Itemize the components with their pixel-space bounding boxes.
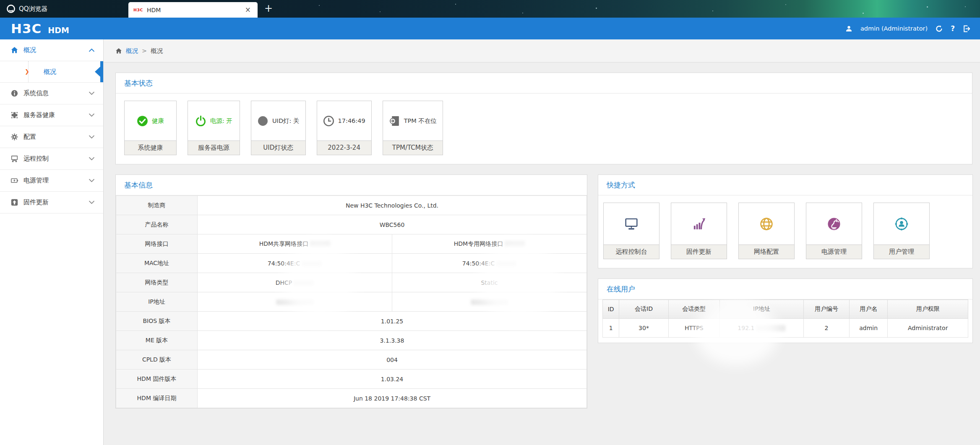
info-row: 产品名称WBC560: [116, 215, 587, 234]
info-label: BIOS 版本: [116, 312, 198, 331]
sidebar-item-remote-control[interactable]: 远程控制: [0, 148, 103, 170]
shortcut-label: 固件更新: [671, 245, 727, 259]
info-value-text: 74:50:4E:C: [462, 260, 495, 267]
qq-browser-icon: [7, 5, 15, 13]
status-card-tpm: TPM 不在位TPM/TCM状态: [383, 101, 443, 155]
shortcut-icon-area: [604, 203, 659, 245]
sidebar-item-label: 固件更新: [23, 198, 49, 206]
sidebar-item-system-info[interactable]: 系统信息: [0, 83, 103, 104]
info-value: WBC560: [198, 215, 587, 234]
users-col-header: IP地址: [719, 300, 803, 319]
status-card-body: 17:46:49: [317, 101, 371, 141]
info-row: CPLD 版本004: [116, 350, 587, 370]
shortcut-icon-area: [874, 203, 929, 245]
status-card-time: 17:46:492022-3-24: [317, 101, 372, 155]
chevron-down-icon: [89, 91, 94, 95]
home-icon: [115, 48, 122, 54]
new-tab-button[interactable]: +: [264, 3, 273, 14]
sidebar-nav: 概况❯概况系统信息服务器健康配置远程控制电源管理固件更新: [0, 39, 104, 445]
info-row: IP地址: [116, 292, 587, 312]
status-cards: 健康系统健康电源: 开服务器电源UID灯: 关UID灯状态17:46:49202…: [116, 94, 972, 164]
info-value-text: DHCP: [276, 279, 292, 286]
user-cell-privilege: Administrator: [888, 319, 968, 338]
info-row: 制造商New H3C Technologies Co., Ltd.: [116, 196, 587, 215]
info-row: MAC地址74:50:4E:C74:50:4E:C: [116, 254, 587, 273]
user-cell-text: 1: [609, 325, 613, 331]
info-value-text: Static: [481, 279, 498, 286]
info-value: 3.1.3.38: [198, 331, 587, 350]
breadcrumb-root-link[interactable]: 概况: [126, 47, 138, 55]
chevron-down-icon: [89, 200, 94, 204]
star-dot: [712, 10, 713, 11]
chevron-down-icon: [89, 135, 94, 139]
info-value: 1.03.24: [198, 370, 587, 389]
info-row: BIOS 版本1.01.25: [116, 312, 587, 331]
h3c-favicon-icon: H3C: [133, 8, 143, 12]
shortcut-power-management[interactable]: 电源管理: [806, 203, 862, 259]
info-label: MAC地址: [116, 254, 198, 273]
info-value: 74:50:4E:C: [392, 254, 587, 273]
sidebar-subitem-overview[interactable]: ❯概况: [0, 61, 103, 83]
info-value-text: 3.1.3.38: [380, 337, 404, 344]
info-label: HDM 编译日期: [116, 389, 198, 408]
info-label: 网络接口: [116, 234, 198, 254]
refresh-icon[interactable]: [936, 25, 943, 32]
remote-icon: [11, 155, 18, 162]
sidebar-item-configuration[interactable]: 配置: [0, 126, 103, 148]
online-users-table: ID会话ID会话类型IP地址用户编号用户名用户权限 130*HTTPS192.1…: [602, 299, 968, 338]
shortcut-network-config[interactable]: 网络配置: [738, 203, 795, 259]
info-value: 004: [198, 350, 587, 370]
user-icon[interactable]: [845, 25, 852, 32]
chevron-down-icon: [89, 157, 94, 161]
info-value: Static: [392, 273, 587, 292]
user-cell-user-no: 2: [804, 319, 850, 338]
shortcut-icon-area: [671, 203, 727, 245]
tab-close-icon[interactable]: ×: [243, 5, 253, 14]
info-value: HDM共享网络接口: [198, 234, 392, 254]
sidebar-item-overview[interactable]: 概况: [0, 39, 103, 61]
health-icon: [11, 112, 18, 119]
remote-console-icon: [624, 217, 639, 231]
sidebar-item-server-health[interactable]: 服务器健康: [0, 104, 103, 126]
user-management-icon: [894, 217, 909, 231]
help-icon[interactable]: ?: [951, 24, 955, 33]
firmware-update-icon: [692, 217, 706, 231]
info-value: 1.01.25: [198, 312, 587, 331]
status-card-uid-led: UID灯: 关UID灯状态: [251, 101, 306, 155]
info-label: ME 版本: [116, 331, 198, 350]
shortcut-firmware-update[interactable]: 固件更新: [671, 203, 727, 259]
info-value-text: HDM共享网络接口: [259, 240, 308, 247]
info-label: 产品名称: [116, 215, 198, 234]
sidebar-item-label: 服务器健康: [23, 111, 55, 119]
shortcut-label: 网络配置: [739, 245, 794, 259]
browser-tab[interactable]: H3C HDM ×: [128, 2, 258, 18]
shortcut-remote-console[interactable]: 远程控制台: [603, 203, 659, 259]
users-col-header: 会话ID: [619, 300, 669, 319]
shortcut-user-management[interactable]: 用户管理: [873, 203, 930, 259]
status-card-footer: 服务器电源: [188, 141, 240, 155]
browser-tab-bar: QQ浏览器 H3C HDM × +: [0, 0, 980, 18]
breadcrumb-current: 概况: [151, 47, 163, 55]
sidebar-item-power-management[interactable]: 电源管理: [0, 170, 103, 192]
account-name[interactable]: admin (Administrator): [860, 25, 928, 32]
sidebar-item-firmware-update[interactable]: 固件更新: [0, 192, 103, 213]
redacted-value: [276, 299, 314, 305]
redacted-value: [505, 241, 525, 247]
shortcuts-title: 快捷方式: [598, 175, 972, 195]
user-cell-text: 30*: [639, 325, 649, 331]
shortcut-label: 电源管理: [806, 245, 862, 259]
info-value: HDM专用网络接口: [392, 234, 587, 254]
content-area: 概况 > 概况 基本状态 健康系统健康电源: 开服务器电源UID灯: 关UID灯…: [104, 39, 980, 445]
user-cell-text: admin: [859, 325, 878, 331]
basic-info-panel: 基本信息 制造商New H3C Technologies Co., Ltd.产品…: [115, 174, 587, 409]
online-user-row: 130*HTTPS192.12adminAdministrator: [603, 319, 968, 338]
logout-icon[interactable]: [963, 25, 970, 32]
network-config-icon: [759, 217, 774, 231]
users-col-header: 会话类型: [668, 300, 719, 319]
info-value-text: New H3C Technologies Co., Ltd.: [346, 202, 438, 209]
shortcut-label: 用户管理: [874, 245, 929, 259]
sidebar-subitem-label: 概况: [44, 68, 56, 76]
product-name: HDM: [48, 26, 69, 35]
info-row: HDM 固件版本1.03.24: [116, 370, 587, 389]
star-dot: [785, 4, 786, 5]
